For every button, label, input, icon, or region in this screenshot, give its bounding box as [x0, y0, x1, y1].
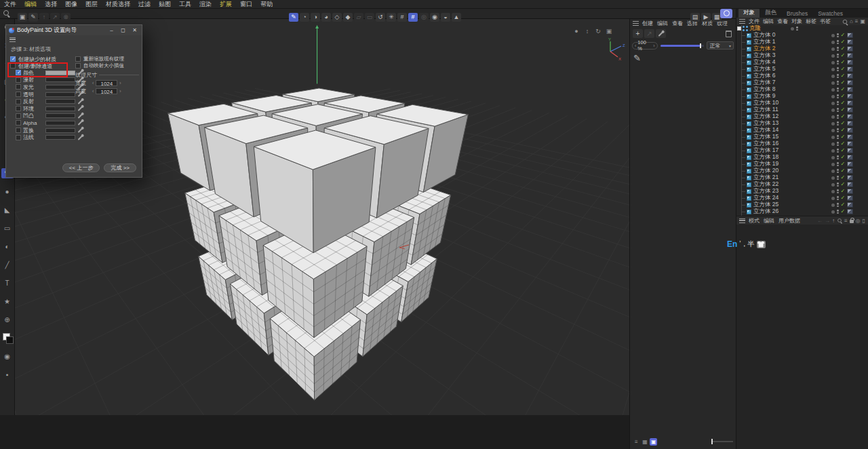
maximize-button[interactable]: ◻ [119, 27, 127, 33]
channel-checkbox[interactable] [16, 106, 21, 111]
menu-item[interactable]: 扩展 [216, 0, 236, 9]
enabled-check-icon[interactable]: ✓ [841, 121, 846, 126]
material-menu-item[interactable]: 创建 [642, 20, 653, 27]
enabled-check-icon[interactable]: ✓ [841, 148, 846, 153]
visibility-dots-icon[interactable] [837, 196, 839, 200]
menu-item[interactable]: 贴图 [155, 0, 175, 9]
grid-view-icon[interactable]: ▦ [642, 438, 649, 446]
eyedropper-icon[interactable] [78, 106, 83, 111]
visibility-dots-icon[interactable] [837, 149, 839, 153]
phong-tag-icon[interactable] [847, 87, 853, 92]
ime-punctuation-mode[interactable]: ’，半 [739, 239, 754, 249]
phong-tag-icon[interactable] [847, 128, 853, 133]
visibility-dots-icon[interactable] [796, 26, 798, 31]
camera-zoom-icon[interactable]: ↕ [583, 27, 591, 35]
phong-tag-icon[interactable] [847, 33, 853, 38]
layer-dot-icon[interactable] [831, 210, 835, 214]
opacity-decrease-icon[interactable]: ‹ [635, 43, 636, 48]
visibility-dots-icon[interactable] [837, 135, 839, 139]
enabled-check-icon[interactable]: ✓ [841, 175, 846, 180]
dialog-titlebar[interactable]: BodyPaint 3D 设置向导 – ◻ ✕ [6, 25, 142, 35]
view-toggle-icon[interactable]: ▣ [605, 27, 613, 35]
enabled-check-icon[interactable]: ✓ [841, 80, 846, 85]
layer-dot-icon[interactable] [831, 61, 835, 64]
panel-tab[interactable]: Swatches [813, 9, 848, 18]
phong-tag-icon[interactable] [847, 39, 853, 45]
object-name[interactable]: 立方体 26 [753, 208, 778, 216]
target-icon[interactable]: ◎ [856, 218, 861, 224]
menu-item[interactable]: 材质选择 [102, 0, 134, 9]
channel-checkbox[interactable] [16, 135, 21, 140]
visibility-dots-icon[interactable] [837, 128, 839, 132]
projection-sphere-button[interactable]: ◔ [300, 13, 309, 22]
layer-dot-icon[interactable] [831, 41, 835, 44]
visibility-dots-icon[interactable] [837, 121, 839, 125]
layer-dot-icon[interactable] [831, 115, 835, 119]
ime-language[interactable]: En [727, 239, 737, 249]
panel-icon[interactable]: ▯ [863, 218, 865, 224]
enabled-check-icon[interactable]: ✓ [841, 141, 846, 147]
large-view-icon[interactable]: ▣ [650, 438, 657, 446]
visibility-dots-icon[interactable] [837, 74, 839, 78]
phong-tag-icon[interactable] [847, 209, 853, 214]
blend-mode-dropdown[interactable]: 正常 ▾ [707, 41, 734, 50]
enabled-check-icon[interactable]: ✓ [841, 39, 846, 45]
channel-texture-field[interactable] [45, 128, 75, 133]
mini-swatch-icon[interactable]: ▪ [1, 370, 14, 380]
plane-a-button[interactable]: ▱ [354, 13, 363, 22]
phong-tag-icon[interactable] [847, 195, 853, 201]
zoom-tool-icon[interactable]: ⊕ [1, 315, 14, 325]
opacity-stepper[interactable]: ‹ 100 % › [632, 42, 658, 50]
menu-item[interactable]: 过滤 [134, 0, 155, 9]
visibility-dots-icon[interactable] [837, 33, 839, 37]
up-arrow-icon[interactable]: ↑ [832, 218, 835, 224]
phong-tag-icon[interactable] [847, 141, 853, 147]
enabled-check-icon[interactable]: ✓ [841, 66, 846, 72]
polygon-mode-button[interactable]: ◇ [332, 13, 342, 22]
visibility-dots-icon[interactable] [837, 101, 839, 105]
layer-dot-icon[interactable] [831, 109, 835, 112]
commit-button[interactable]: ↑ [39, 13, 49, 22]
enabled-check-icon[interactable]: ✓ [841, 202, 846, 208]
menu-item[interactable]: 图层 [81, 0, 102, 9]
target-outline-button[interactable]: ◎ [419, 13, 429, 22]
close-button[interactable]: ✕ [130, 27, 139, 33]
back-button[interactable]: << 上一步 [62, 163, 100, 172]
phong-tag-icon[interactable] [847, 134, 853, 140]
object-menu-item[interactable]: 书签 [820, 18, 831, 25]
layer-dot-icon[interactable] [831, 129, 835, 132]
enabled-check-icon[interactable]: ✓ [841, 114, 846, 119]
enabled-check-icon[interactable]: ✓ [841, 53, 846, 58]
phong-tag-icon[interactable] [847, 175, 853, 180]
panel-tab[interactable]: 对象 [738, 8, 760, 18]
material-ball-icon[interactable]: ◉ [1, 351, 14, 362]
pencil-icon[interactable]: ✎ [633, 53, 641, 63]
filter-icon[interactable]: ≡ [855, 18, 859, 24]
visibility-dots-icon[interactable] [837, 203, 839, 207]
text-tool-icon[interactable]: T [1, 278, 14, 288]
channel-checkbox[interactable] [16, 84, 21, 90]
paint-brush-mode-button[interactable]: ✎ [289, 13, 298, 22]
enabled-check-icon[interactable]: ✓ [841, 87, 846, 92]
menu-item[interactable]: 文件 [0, 0, 20, 9]
enabled-check-icon[interactable]: ✓ [841, 182, 846, 187]
enabled-check-icon[interactable]: ✓ [841, 195, 846, 201]
phong-tag-icon[interactable] [847, 53, 853, 58]
enabled-check-icon[interactable]: ✓ [841, 155, 846, 160]
eyedropper-icon[interactable] [78, 135, 83, 140]
search-icon[interactable] [843, 19, 847, 23]
share-button[interactable]: ↗ [50, 13, 60, 22]
toolbox-button[interactable]: ▣ [18, 13, 27, 22]
phong-tag-icon[interactable] [847, 60, 853, 65]
phong-tag-icon[interactable] [847, 148, 853, 153]
channel-texture-field[interactable] [45, 113, 75, 118]
dialog-menu-icon[interactable] [9, 37, 16, 42]
layer-dot-icon[interactable] [831, 149, 835, 153]
phong-tag-icon[interactable] [847, 168, 853, 174]
visibility-dots-icon[interactable] [837, 81, 839, 85]
phong-tag-icon[interactable] [847, 73, 853, 79]
opacity-increase-icon[interactable]: › [653, 43, 654, 48]
color-swatches-well[interactable] [1, 333, 14, 343]
enabled-check-icon[interactable]: ✓ [841, 134, 846, 140]
object-menu-item[interactable]: 查看 [777, 18, 788, 25]
